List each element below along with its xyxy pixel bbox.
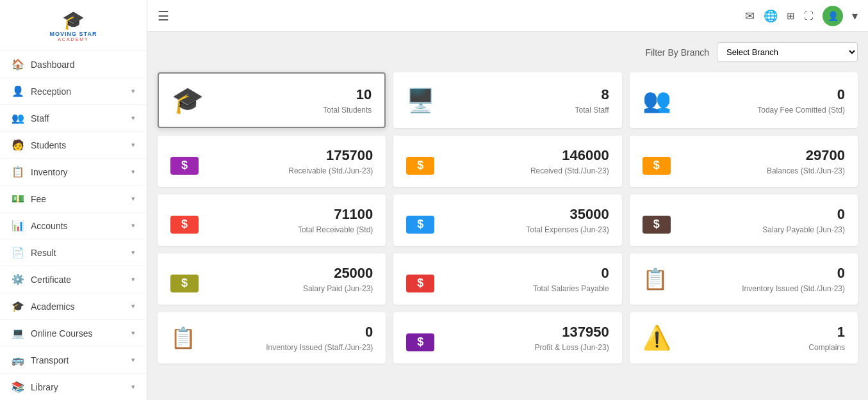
card-total-staff: 🖥️ 8 Total Staff (393, 72, 621, 128)
money-icon-brown: $ (643, 216, 671, 234)
profit-loss-value: 137950 (535, 324, 609, 340)
sidebar-item-certificate[interactable]: ⚙️ Certificate ▾ (0, 266, 147, 293)
filter-label: Filter By Branch (645, 47, 709, 58)
chevron-icon-result: ▾ (131, 248, 135, 257)
avatar[interactable]: 👤 (823, 6, 843, 26)
money-icon-olive: $ (170, 275, 199, 292)
card-received: $ 146000 Received (Std./Jun-23) (393, 136, 621, 187)
library-icon: 📚 (12, 381, 24, 393)
cards-grid: 🎓 10 Total Students 🖥️ 8 Total Staff 👥 0 (158, 72, 858, 364)
sidebar-item-result[interactable]: 📄 Result ▾ (0, 239, 147, 266)
chevron-icon-staff: ▾ (131, 114, 135, 122)
sidebar-label-result: Result (31, 248, 56, 258)
sidebar-item-transport[interactable]: 🚌 Transport ▾ (0, 347, 147, 374)
salary-payable-value: 0 (762, 206, 845, 223)
user-chevron-icon[interactable]: ▾ (852, 9, 858, 23)
total-receivable-value: 71100 (298, 206, 373, 223)
complains-value: 1 (808, 324, 845, 340)
globe-icon[interactable]: 🌐 (764, 9, 778, 23)
card-data-total-staff: 8 Total Staff (575, 86, 609, 115)
card-total-students: 🎓 10 Total Students (158, 72, 386, 128)
balances-value: 29700 (767, 147, 845, 164)
sidebar-label-dashboard: Dashboard (31, 60, 75, 70)
sidebar-label-reception: Reception (31, 86, 71, 97)
logo-icon: 🎓 (62, 10, 85, 31)
received-label: Received (Std./Jun-23) (530, 166, 609, 175)
menu-toggle-icon[interactable]: ☰ (158, 8, 169, 24)
graduation-icon: 🎓 (172, 85, 204, 115)
sidebar-item-accounts[interactable]: 📊 Accounts ▾ (0, 212, 147, 239)
sidebar-item-students[interactable]: 🧑 Students ▾ (0, 132, 147, 159)
chevron-icon-certificate: ▾ (131, 275, 135, 284)
card-data-total-receivable: 71100 Total Receivable (Std) (298, 206, 373, 234)
topbar-right: ✉ 🌐 ⊞ ⛶ 👤 ▾ (745, 6, 858, 26)
card-data-complains: 1 Complains (808, 324, 845, 352)
card-data-total-students: 10 Total Students (323, 86, 372, 115)
card-data-received: 146000 Received (Std./Jun-23) (530, 147, 609, 175)
money-icon-orange: $ (406, 157, 434, 175)
card-data-salary-payable: 0 Salary Payable (Jun-23) (762, 206, 845, 234)
money-salary-payable-icon: $ (643, 207, 671, 234)
chevron-icon-academics: ▾ (131, 302, 135, 310)
sidebar-logo: 🎓 MOVING STAR ACADEMY (0, 0, 147, 51)
money-icon-blue: $ (406, 216, 434, 234)
chevron-icon-students: ▾ (131, 141, 135, 149)
chevron-icon-accounts: ▾ (131, 221, 135, 230)
total-staff-label: Total Staff (575, 106, 609, 115)
chevron-icon-inventory: ▾ (131, 168, 135, 176)
card-inventory-issued-staff: 📋 0 Inventory Issued (Staff./Jun-23) (158, 312, 386, 364)
salary-paid-value: 25000 (303, 265, 373, 282)
students-icon: 🧑 (12, 139, 24, 151)
profit-loss-label: Profit & Loss (Jun-23) (535, 343, 609, 352)
money-receivable-icon: $ (170, 148, 199, 175)
teacher-icon: 🖥️ (406, 87, 435, 114)
warning-icon: ⚠️ (643, 324, 671, 351)
money-icon-red2: $ (406, 275, 434, 292)
sidebar-label-online-courses: Online Courses (31, 328, 93, 339)
inventory-issued-std-value: 0 (742, 265, 845, 282)
main-area: ☰ ✉ 🌐 ⊞ ⛶ 👤 ▾ Filter By Branch Select Br… (147, 0, 868, 400)
clipboard-std-icon: 📋 (643, 267, 668, 291)
accounts-icon: 📊 (12, 220, 24, 232)
money-expenses-icon: $ (406, 207, 434, 234)
card-salary-payable: $ 0 Salary Payable (Jun-23) (630, 195, 858, 246)
reception-icon: 👤 (12, 85, 24, 97)
branch-select[interactable]: Select Branch (717, 42, 858, 62)
card-salary-paid: $ 25000 Salary Paid (Jun-23) (158, 253, 386, 305)
sidebar-item-staff[interactable]: 👥 Staff ▾ (0, 105, 147, 132)
sidebar-item-academics[interactable]: 🎓 Academics ▾ (0, 293, 147, 320)
sidebar-item-dashboard[interactable]: 🏠 Dashboard (0, 51, 147, 78)
group-icon: 👥 (643, 87, 671, 114)
chevron-icon-reception: ▾ (131, 87, 135, 95)
total-receivable-label: Total Receivable (Std) (298, 225, 373, 234)
money-total-receivable-icon: $ (170, 207, 199, 234)
money-profit-loss-icon: $ (406, 324, 434, 351)
balances-label: Balances (Std./Jun-23) (767, 166, 845, 175)
sidebar-item-library[interactable]: 📚 Library ▾ (0, 374, 147, 400)
sidebar-label-transport: Transport (31, 355, 69, 365)
staff-icon: 👥 (12, 112, 24, 124)
chevron-icon-transport: ▾ (131, 356, 135, 364)
card-data-balances: 29700 Balances (Std./Jun-23) (767, 147, 845, 175)
money-icon-purple2: $ (406, 333, 434, 351)
money-balances-icon: $ (643, 148, 671, 175)
grid-icon[interactable]: ⊞ (787, 10, 795, 22)
result-icon: 📄 (12, 246, 24, 259)
sidebar-item-inventory[interactable]: 📋 Inventory ▾ (0, 159, 147, 186)
total-students-value: 10 (323, 86, 372, 103)
card-data-profit-loss: 137950 Profit & Loss (Jun-23) (535, 324, 609, 352)
card-complains: ⚠️ 1 Complains (630, 312, 858, 364)
receivable-label: Receivable (Std./Jun-23) (288, 166, 373, 175)
sidebar-item-reception[interactable]: 👤 Reception ▾ (0, 78, 147, 105)
card-inventory-issued-std: 📋 0 Inventory Issued (Std./Jun-23) (630, 253, 858, 305)
total-expenses-value: 35000 (526, 206, 609, 223)
filter-row: Filter By Branch Select Branch (158, 42, 858, 62)
sidebar-item-fee[interactable]: 💵 Fee ▾ (0, 186, 147, 212)
today-fee-label: Today Fee Comitted (Std) (757, 106, 845, 115)
card-data-total-expenses: 35000 Total Expenses (Jun-23) (526, 206, 609, 234)
expand-icon[interactable]: ⛶ (804, 10, 814, 21)
received-value: 146000 (530, 147, 609, 164)
mail-icon[interactable]: ✉ (745, 9, 755, 23)
online-courses-icon: 💻 (12, 327, 24, 339)
sidebar-item-online-courses[interactable]: 💻 Online Courses ▾ (0, 320, 147, 347)
